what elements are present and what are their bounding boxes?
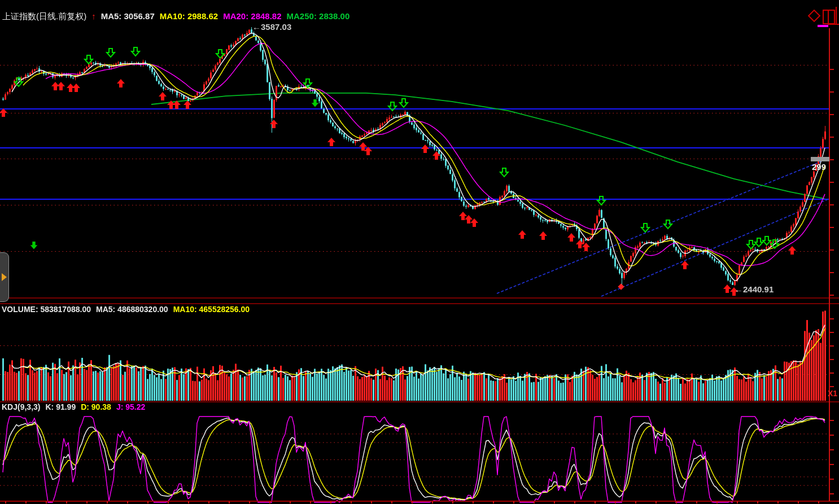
low-price-annotation: ←2440.91 — [735, 284, 774, 294]
kdj-pane-header: KDJ(9,3,3) K: 91.99 D: 90.38 J: 95.22 — [2, 402, 145, 411]
symbol-title: 上证指数(日线.前复权) — [2, 11, 86, 22]
kdj-j-value: J: 95.22 — [116, 402, 145, 411]
frame-line — [828, 24, 839, 25]
volume-pane-header: VOLUME: 583817088.00 MA5: 486880320.00 M… — [2, 305, 250, 314]
ma250-value: MA250: 2838.00 — [287, 11, 350, 21]
peak-price-annotation: ←3587.03 — [252, 22, 291, 32]
last-price-tag: 299 — [812, 162, 826, 172]
last-price-tag-bar — [811, 157, 829, 161]
ma20-value: MA20: 2848.82 — [223, 11, 281, 21]
kdj-d-value: D: 90.38 — [81, 402, 111, 411]
highlight-dash-icon — [818, 25, 828, 27]
chart-canvas[interactable] — [0, 0, 839, 504]
volume-ma10-value: MA10: 465528256.00 — [173, 305, 250, 314]
price-pane-header: 上证指数(日线.前复权) ↑ MA5: 3056.87 MA10: 2988.6… — [2, 11, 349, 22]
ma10-value: MA10: 2988.62 — [160, 11, 218, 21]
ma5-value: MA5: 3056.87 — [101, 11, 155, 21]
panel-expand-tab[interactable] — [0, 252, 9, 302]
split-window-icon[interactable] — [823, 10, 835, 24]
chart-workstation-window: 上证指数(日线.前复权) ↑ MA5: 3056.87 MA10: 2988.6… — [0, 0, 839, 504]
kdj-label: KDJ(9,3,3) — [2, 402, 40, 411]
pane-close-button[interactable]: X1 — [828, 389, 837, 398]
buy-signal-icon: ↑ — [91, 11, 96, 21]
volume-ma5-value: MA5: 486880320.00 — [96, 305, 168, 314]
kdj-k-value: K: 91.99 — [45, 402, 76, 411]
frame-line — [836, 7, 837, 24]
panel-expand-arrow-icon — [2, 273, 7, 281]
volume-value: VOLUME: 583817088.00 — [2, 305, 91, 314]
